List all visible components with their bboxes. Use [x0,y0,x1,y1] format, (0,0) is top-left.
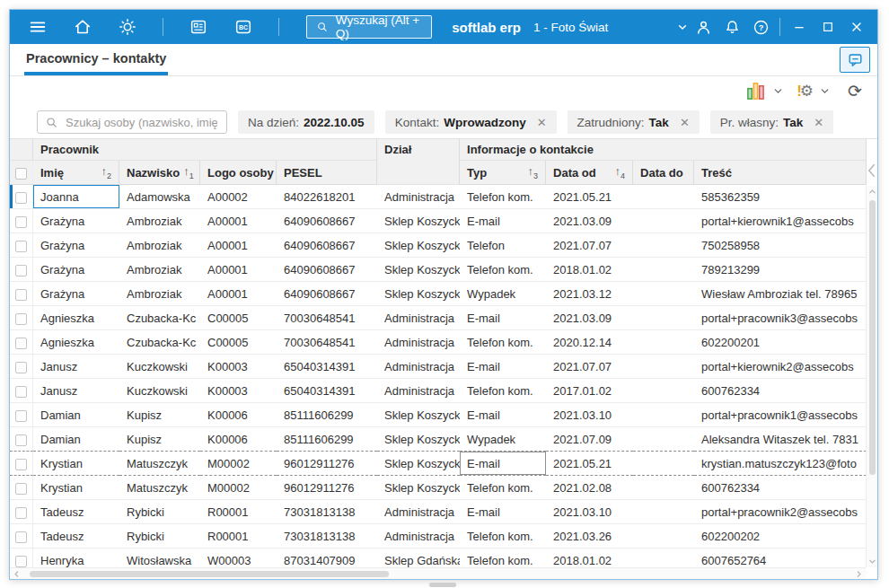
table-row[interactable]: JanuszKuczkowskiK0000365040314391Adminis… [10,355,867,379]
cell-data-do[interactable] [633,452,694,476]
person-search[interactable] [37,110,227,134]
header-nazwisko[interactable]: Nazwisko↑1 [119,161,200,185]
minimize-button[interactable] [788,15,811,39]
close-button[interactable] [845,15,868,39]
row-checkbox[interactable] [15,507,27,519]
table-row[interactable]: TadeuszRybickiR0000173031813138Administr… [10,524,867,549]
cell-pesel[interactable]: 73031813138 [277,524,377,549]
cell-typ[interactable]: E-mail [460,452,546,476]
vertical-scrollbar[interactable] [866,186,877,567]
cell-dzial[interactable]: Administracja [377,330,460,355]
settings-alert-button[interactable]: !⚙ [797,82,814,101]
cell-imie[interactable]: Krystian [33,476,119,500]
cell-data-od[interactable]: 2021.05.21 [546,452,633,476]
cell-pesel[interactable]: 84022618201 [277,185,377,209]
user-button[interactable] [691,15,715,39]
header-typ[interactable]: Typ↑3 [460,161,546,185]
row-checkbox[interactable] [15,459,27,470]
header-pesel[interactable]: PESEL↑ [277,161,377,185]
cell-imie[interactable]: Agnieszka [33,306,119,330]
cell-logo-osoby[interactable]: M00002 [200,476,277,500]
cell-data-od[interactable]: 2020.12.14 [546,330,633,355]
cell-logo-osoby[interactable]: M00002 [200,452,277,476]
cell-tresc[interactable]: portal+pracownik2@assecobs [694,500,867,524]
row-checkbox[interactable] [15,265,27,276]
cell-logo-osoby[interactable]: R00001 [200,524,277,549]
cell-nazwisko[interactable]: Czubacka-Kc [119,306,200,330]
cell-nazwisko[interactable]: Matuszczyk [119,452,200,476]
row-checkbox[interactable] [15,531,27,543]
cell-data-od[interactable]: 2021.03.26 [546,524,633,549]
cell-data-do[interactable] [633,185,694,209]
cell-dzial[interactable]: Sklep Koszycka [377,258,460,282]
cell-nazwisko[interactable]: Ambroziak [119,258,200,282]
notifications-button[interactable] [720,15,744,39]
cell-typ[interactable]: E-mail [460,306,546,330]
cell-dzial[interactable]: Sklep Koszycka [377,403,460,427]
cell-data-do[interactable] [633,330,694,355]
row-checkbox[interactable] [15,483,27,495]
cell-imie[interactable]: Damian [33,427,119,452]
cell-nazwisko[interactable]: Kuczkowski [119,379,200,403]
refresh-button[interactable]: ⟳ [843,81,867,101]
cell-data-od[interactable]: 2021.05.21 [546,185,633,209]
cell-data-do[interactable] [633,355,694,379]
cell-data-do[interactable] [633,282,694,306]
cell-nazwisko[interactable]: Ambroziak [119,233,200,258]
cell-dzial[interactable]: Administracja [377,500,460,524]
cell-pesel[interactable]: 64090608667 [277,209,377,233]
filter-chip-pr-wlasny[interactable]: Pr. własny:Tak✕ [710,110,833,134]
global-search[interactable]: Wyszukaj (Alt + Q) [306,15,432,39]
cell-data-od[interactable]: 2017.01.02 [546,379,633,403]
row-checkbox[interactable] [15,216,27,228]
cell-imie[interactable]: Tadeusz [33,524,119,549]
chart-button[interactable] [744,80,767,103]
cell-imie[interactable]: Agnieszka [33,330,119,355]
cell-imie[interactable]: Krystian [33,452,119,476]
scroll-up-icon[interactable] [868,188,876,196]
cell-tresc[interactable]: portal+kierownik2@assecobs [694,355,867,379]
cell-tresc[interactable]: 600762334 [694,476,867,500]
cell-logo-osoby[interactable]: C00005 [200,330,277,355]
cell-logo-osoby[interactable]: K00003 [200,355,277,379]
cell-pesel[interactable]: 70030648541 [277,330,377,355]
cell-data-od[interactable]: 2021.03.10 [546,403,633,427]
cell-imie[interactable]: Grażyna [33,233,119,258]
cell-logo-osoby[interactable]: A00001 [200,282,277,306]
horizontal-scroll-thumb[interactable] [30,571,389,577]
cell-pesel[interactable]: 64090608667 [277,233,377,258]
table-row[interactable]: AgnieszkaCzubacka-KcC0000570030648541Adm… [10,306,867,330]
header-data-do[interactable]: Data do↑ [633,161,694,185]
cell-typ[interactable]: Wypadek [460,282,546,306]
table-row[interactable]: GrażynaAmbroziakA0000164090608667Sklep K… [10,258,867,282]
cell-tresc[interactable]: 602200202 [694,524,867,549]
scroll-down-icon[interactable] [868,557,876,566]
row-checkbox[interactable] [15,338,27,349]
vertical-scroll-thumb[interactable] [869,200,876,475]
cell-pesel[interactable]: 64090608667 [277,258,377,282]
table-row[interactable]: JanuszKuczkowskiK0000365040314391Adminis… [10,379,867,403]
cell-data-do[interactable] [633,258,694,282]
table-row[interactable]: GrażynaAmbroziakA0000164090608667Sklep K… [10,282,867,306]
cell-tresc[interactable]: Wiesław Ambroziak tel. 78965 [694,282,867,306]
table-row[interactable]: DamianKupiszK0000685111606299Sklep Koszy… [10,427,867,452]
cell-imie[interactable]: Grażyna [33,209,119,233]
header-data-od[interactable]: Data od↑4 [546,161,633,185]
tab-pracownicy-kontakty[interactable]: Pracownicy – kontakty [24,44,168,75]
cell-data-od[interactable]: 2021.07.07 [546,233,633,258]
cell-imie[interactable]: Janusz [33,355,119,379]
cell-tresc[interactable]: 750258958 [694,233,867,258]
cell-dzial[interactable]: Administracja [377,379,460,403]
row-checkbox[interactable] [15,386,27,398]
cell-dzial[interactable]: Sklep Koszycka [377,452,460,476]
cell-tresc[interactable]: 789213299 [694,258,867,282]
cell-logo-osoby[interactable]: K00006 [200,403,277,427]
cell-dzial[interactable]: Administracja [377,306,460,330]
cell-data-do[interactable] [633,524,694,549]
chip-close-icon[interactable]: ✕ [680,116,690,129]
cell-typ[interactable]: E-mail [460,403,546,427]
cell-nazwisko[interactable]: Rybicki [119,524,200,549]
cell-tresc[interactable]: portal+pracownik1@assecobs [694,403,867,427]
home-button[interactable] [71,15,94,39]
cell-typ[interactable]: Telefon kom. [460,330,546,355]
